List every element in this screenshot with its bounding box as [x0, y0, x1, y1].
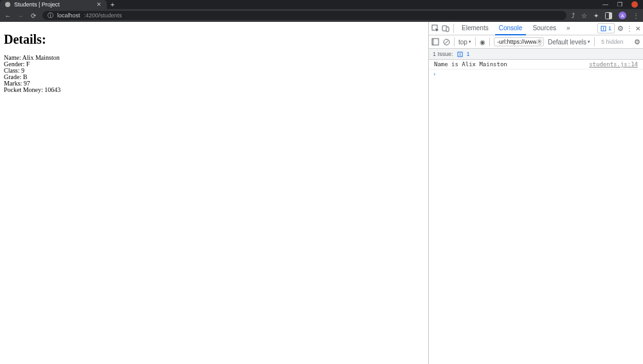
console-issues-row[interactable]: 1 Issue: 1	[429, 49, 643, 60]
window-maximize-icon[interactable]: ❐	[617, 1, 622, 8]
live-expression-icon[interactable]: ◉	[480, 39, 485, 46]
device-toolbar-icon[interactable]	[442, 24, 449, 32]
separator	[453, 24, 454, 33]
devtools-settings-icon[interactable]: ⚙	[617, 24, 624, 33]
svg-rect-13	[460, 53, 460, 55]
console-prompt[interactable]: ›	[429, 69, 643, 78]
profile-avatar[interactable]: A	[619, 12, 626, 19]
inspect-element-icon[interactable]	[431, 24, 439, 32]
chevron-right-icon: ›	[433, 71, 436, 77]
chevron-down-icon: ▾	[469, 39, 471, 44]
console-log-entry[interactable]: Name is Alix Mainston students.js:14	[429, 60, 643, 69]
detail-grade: Grade: B	[4, 74, 424, 80]
window-minimize-icon[interactable]: —	[602, 1, 608, 8]
issue-icon	[601, 26, 606, 32]
toolbar-right-icons: ⤴ ☆ ✦ A ⋮	[572, 12, 639, 19]
detail-class: Class: 9	[4, 68, 424, 74]
tab-close-icon[interactable]: ✕	[96, 1, 102, 8]
devtools-tab-sources[interactable]: Sources	[529, 21, 560, 35]
svg-rect-1	[609, 13, 611, 19]
console-log-area: Name is Alix Mainston students.js:14 ›	[429, 60, 643, 364]
svg-rect-7	[603, 30, 604, 30]
svg-rect-9	[432, 39, 434, 45]
address-bar[interactable]: ⓘ localhost:4200/students	[42, 11, 566, 20]
separator	[594, 37, 595, 46]
browser-menu-icon[interactable]: ⋮	[633, 12, 639, 19]
devtools-close-icon[interactable]: ✕	[635, 25, 640, 32]
devtools-tab-elements[interactable]: Elements	[458, 21, 493, 35]
issues-label: 1 Issue:	[433, 51, 453, 57]
svg-rect-4	[446, 27, 449, 32]
issue-icon	[457, 51, 463, 57]
extensions-icon[interactable]: ✦	[593, 12, 599, 19]
console-log-message: Name is Alix Mainston	[434, 61, 589, 68]
detail-gender: Gender: F	[4, 61, 424, 68]
back-button[interactable]: ←	[4, 12, 12, 19]
tab-favicon	[5, 2, 10, 7]
console-toolbar: top ▾ ◉ ✕ Default levels ▾ 5 hidden ⚙	[429, 35, 643, 49]
devtools-issues-badge[interactable]: 1	[597, 23, 615, 33]
new-tab-button[interactable]: +	[107, 0, 118, 9]
page-content: Details: Name: Alix Mainston Gender: F C…	[0, 22, 428, 364]
console-settings-icon[interactable]: ⚙	[634, 38, 640, 46]
separator	[475, 37, 476, 46]
window-controls: — ❐	[602, 0, 643, 9]
site-info-icon[interactable]: ⓘ	[48, 12, 53, 20]
forward-button: →	[17, 12, 24, 19]
clear-console-icon[interactable]	[443, 39, 450, 46]
plus-icon: +	[111, 1, 114, 8]
share-icon[interactable]: ⤴	[572, 12, 575, 19]
detail-name: Name: Alix Mainston	[4, 55, 424, 61]
detail-pocket: Pocket Money: 10643	[4, 87, 424, 93]
filter-remove-icon[interactable]: ✕	[536, 39, 543, 45]
issues-count: 1	[467, 51, 470, 57]
main-split: Details: Name: Alix Mainston Gender: F C…	[0, 22, 643, 364]
devtools-panel: Elements Console Sources » 1 ⚙ ⋮ ✕ top	[428, 22, 643, 364]
browser-tab-strip: Students | Project ✕ + — ❐	[0, 0, 643, 9]
browser-tab-active[interactable]: Students | Project ✕	[0, 0, 107, 9]
console-log-levels[interactable]: Default levels ▾	[548, 39, 590, 46]
browser-toolbar: ← → ⟳ ⓘ localhost:4200/students ⤴ ☆ ✦ A …	[0, 9, 643, 22]
devtools-kebab-icon[interactable]: ⋮	[626, 25, 633, 32]
url-path: :4200/students	[84, 12, 122, 19]
svg-line-11	[444, 40, 448, 44]
devtools-tab-bar: Elements Console Sources » 1 ⚙ ⋮ ✕	[429, 22, 643, 35]
devtools-dock-icon[interactable]	[605, 12, 612, 19]
devtools-tab-console[interactable]: Console	[495, 21, 527, 35]
svg-rect-14	[460, 55, 460, 56]
console-sidebar-toggle-icon[interactable]	[431, 38, 439, 46]
url-host: localhost	[57, 12, 80, 19]
detail-marks: Marks: 97	[4, 80, 424, 87]
bookmark-star-icon[interactable]: ☆	[581, 12, 587, 19]
tab-title: Students | Project	[14, 1, 60, 8]
separator	[489, 37, 490, 46]
page-heading: Details:	[4, 32, 424, 47]
separator	[454, 37, 455, 46]
svg-rect-6	[603, 27, 604, 29]
chevron-down-icon: ▾	[588, 39, 590, 44]
window-close-icon[interactable]	[631, 1, 638, 8]
console-hidden-count[interactable]: 5 hidden	[601, 39, 624, 45]
reload-button[interactable]: ⟳	[30, 12, 37, 19]
console-log-source-link[interactable]: students.js:14	[589, 61, 638, 68]
console-context-selector[interactable]: top ▾	[458, 39, 471, 46]
devtools-tab-more[interactable]: »	[563, 21, 574, 35]
